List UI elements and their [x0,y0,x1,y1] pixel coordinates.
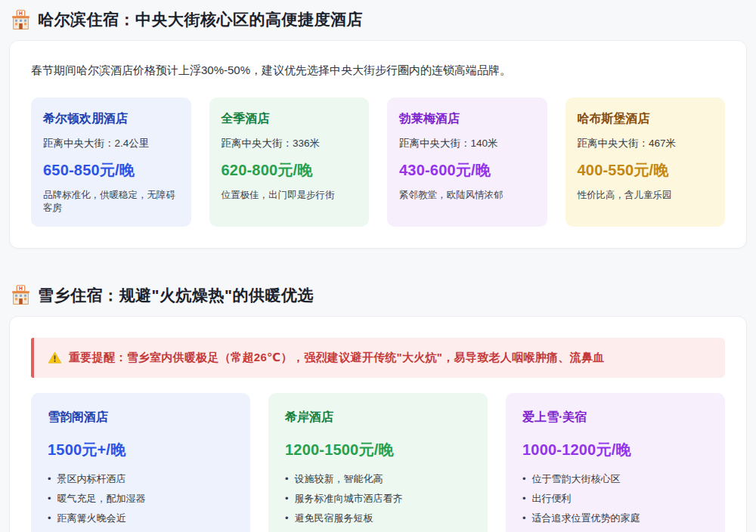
hotel-feature-text: 位置相对便利 [295,528,354,532]
hotel-feature-item: •服务标准向城市酒店看齐 [285,489,471,509]
hotel-price: 1200-1500元/晚 [285,440,471,460]
hotel-distance: 距离中央大街：467米 [578,137,714,150]
hotel-feature-text: 需提前1个月预订 [57,528,132,532]
hotel-feature-item: •避免民宿服务短板 [285,509,471,528]
hotel-name: 爱上雪·美宿 [522,410,708,425]
hotel-price: 1500元+/晚 [48,440,234,460]
hotel-card: 希岸酒店1200-1500元/晚•设施较新，智能化高•服务标准向城市酒店看齐•避… [268,393,488,532]
hotel-note: 品牌标准化，供暖稳定，无障碍客房 [43,189,179,215]
hotel-feature-text: 景区内标杆酒店 [57,469,126,489]
bullet-dot-icon: • [522,528,526,532]
hotel-price: 650-850元/晚 [43,160,179,181]
section-header-xuexiang: H 雪乡住宿：规避"火炕燥热"的供暖优选 [9,283,747,306]
hotel-feature-item: •距离篝火晚会近 [48,509,234,528]
hotel-name: 希岸酒店 [285,410,471,425]
hotel-name: 全季酒店 [222,111,358,127]
hotel-name: 雪韵阁酒店 [48,410,234,425]
hotel-feature-item: •景区内标杆酒店 [48,469,234,489]
section-title-xuexiang: 雪乡住宿：规避"火炕燥热"的供暖优选 [38,285,314,306]
hotel-name: 哈布斯堡酒店 [578,111,714,127]
bullet-dot-icon: • [285,509,289,528]
hotel-feature-list: •设施较新，智能化高•服务标准向城市酒店看齐•避免民宿服务短板•位置相对便利 [285,469,471,532]
bullet-dot-icon: • [285,528,289,532]
warning-text: 重要提醒：雪乡室内供暖极足（常超26℃），强烈建议避开传统"大火炕"，易导致老人… [69,351,604,365]
hotel-price: 620-800元/晚 [222,160,358,181]
warning-icon [48,351,62,365]
hotel-name: 勃莱梅酒店 [399,111,535,127]
xuexiang-hotel-cards-row: 雪韵阁酒店1500元+/晚•景区内标杆酒店•暖气充足，配加湿器•距离篝火晚会近•… [31,393,725,532]
hotel-feature-item: •需提前1个月预订 [48,528,234,532]
hotel-card: 希尔顿欢朋酒店距离中央大街：2.4公里650-850元/晚品牌标准化，供暖稳定，… [31,97,191,227]
hotel-feature-list: •位于雪韵大街核心区•出行便利•适合追求位置优势的家庭•性价比较高 [522,469,708,532]
hotel-card: 勃莱梅酒店距离中央大街：140米430-600元/晚紧邻教堂，欧陆风情浓郁 [387,97,547,227]
hotel-price: 400-550元/晚 [578,160,714,181]
svg-text:H: H [19,11,23,16]
hotel-feature-item: •暖气充足，配加湿器 [48,489,234,509]
hotel-feature-item: •性价比较高 [522,528,708,532]
harbin-hotel-cards-row: 希尔顿欢朋酒店距离中央大街：2.4公里650-850元/晚品牌标准化，供暖稳定，… [31,97,725,227]
harbin-intro-text: 春节期间哈尔滨酒店价格预计上浮30%-50%，建议优先选择中央大街步行圈内的连锁… [31,62,725,79]
xuexiang-panel: 重要提醒：雪乡室内供暖极足（常超26℃），强烈建议避开传统"大火炕"，易导致老人… [9,316,747,532]
hotel-card: 全季酒店距离中央大街：336米620-800元/晚位置极佳，出门即是步行街 [209,97,370,227]
hotel-feature-item: •位置相对便利 [285,528,471,532]
bullet-dot-icon: • [285,469,289,489]
hotel-note: 性价比高，含儿童乐园 [578,189,714,202]
bullet-dot-icon: • [522,489,526,509]
hotel-card: 雪韵阁酒店1500元+/晚•景区内标杆酒店•暖气充足，配加湿器•距离篝火晚会近•… [31,393,250,532]
harbin-panel: 春节期间哈尔滨酒店价格预计上浮30%-50%，建议优先选择中央大街步行圈内的连锁… [9,40,747,249]
hotel-feature-text: 性价比较高 [532,528,581,532]
hotel-card: 爱上雪·美宿1000-1200元/晚•位于雪韵大街核心区•出行便利•适合追求位置… [506,393,725,532]
hotel-price: 1000-1200元/晚 [522,440,708,460]
bullet-dot-icon: • [48,509,51,528]
hotel-feature-text: 避免民宿服务短板 [295,509,373,528]
hotel-price: 430-600元/晚 [399,160,535,181]
hotel-feature-text: 距离篝火晚会近 [57,509,126,528]
hotel-feature-item: •位于雪韵大街核心区 [522,469,708,489]
hotel-distance: 距离中央大街：336米 [222,137,358,150]
hotel-feature-text: 暖气充足，配加湿器 [57,489,146,509]
bullet-dot-icon: • [285,489,289,509]
hotel-feature-text: 出行便利 [532,489,572,509]
bullet-dot-icon: • [522,509,526,528]
hotel-name: 希尔顿欢朋酒店 [43,111,179,127]
bullet-dot-icon: • [48,469,51,489]
hotel-feature-item: •出行便利 [522,489,708,509]
section-header-harbin: H 哈尔滨住宿：中央大街核心区的高便捷度酒店 [9,8,747,30]
hotel-distance: 距离中央大街：2.4公里 [43,137,179,150]
bullet-dot-icon: • [48,528,51,532]
section-title-harbin: 哈尔滨住宿：中央大街核心区的高便捷度酒店 [38,9,363,30]
hotel-note: 位置极佳，出门即是步行街 [222,189,358,202]
bullet-dot-icon: • [522,469,526,489]
hotel-note: 紧邻教堂，欧陆风情浓郁 [399,189,535,202]
hotel-feature-list: •景区内标杆酒店•暖气充足，配加湿器•距离篝火晚会近•需提前1个月预订 [48,469,234,532]
hotel-feature-item: •适合追求位置优势的家庭 [522,509,708,528]
hotel-feature-text: 适合追求位置优势的家庭 [532,509,640,528]
hotel-icon: H [11,285,31,305]
page: H 哈尔滨住宿：中央大街核心区的高便捷度酒店 春节期间哈尔滨酒店价格预计上浮30… [0,0,756,532]
svg-text:H: H [19,286,23,291]
hotel-feature-text: 位于雪韵大街核心区 [532,469,621,489]
hotel-card: 哈布斯堡酒店距离中央大街：467米400-550元/晚性价比高，含儿童乐园 [565,97,726,227]
warning-banner: 重要提醒：雪乡室内供暖极足（常超26℃），强烈建议避开传统"大火炕"，易导致老人… [31,338,725,378]
hotel-feature-item: •设施较新，智能化高 [285,469,471,489]
hotel-feature-text: 设施较新，智能化高 [295,469,383,489]
bullet-dot-icon: • [48,489,51,509]
hotel-distance: 距离中央大街：140米 [399,137,535,150]
hotel-icon: H [11,10,31,30]
hotel-feature-text: 服务标准向城市酒店看齐 [295,489,403,509]
